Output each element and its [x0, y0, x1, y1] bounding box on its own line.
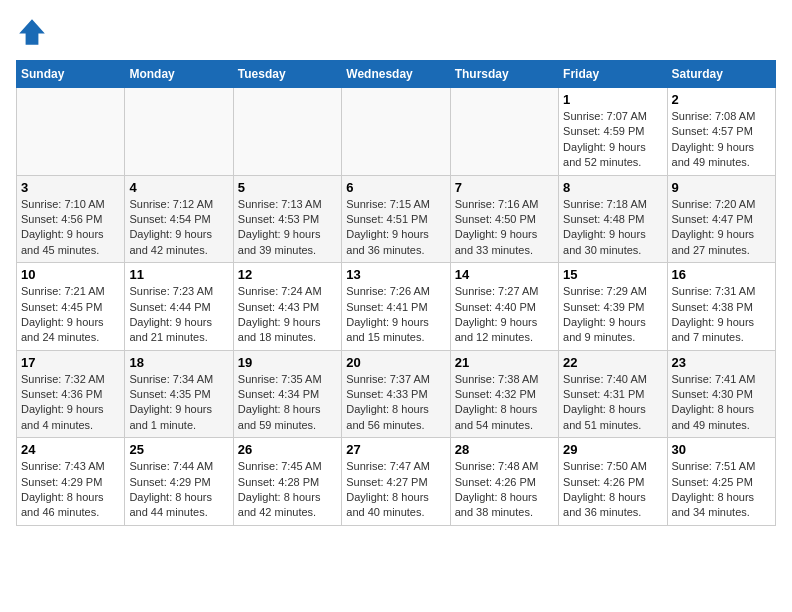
- calendar-cell: [233, 88, 341, 176]
- sunrise: Sunrise: 7:32 AM: [21, 373, 105, 385]
- calendar-cell: 11 Sunrise: 7:23 AM Sunset: 4:44 PM Dayl…: [125, 263, 233, 351]
- calendar-cell: 26 Sunrise: 7:45 AM Sunset: 4:28 PM Dayl…: [233, 438, 341, 526]
- day-info: Sunrise: 7:23 AM Sunset: 4:44 PM Dayligh…: [129, 284, 228, 346]
- day-info: Sunrise: 7:45 AM Sunset: 4:28 PM Dayligh…: [238, 459, 337, 521]
- sunrise: Sunrise: 7:45 AM: [238, 460, 322, 472]
- day-info: Sunrise: 7:26 AM Sunset: 4:41 PM Dayligh…: [346, 284, 445, 346]
- sunrise: Sunrise: 7:08 AM: [672, 110, 756, 122]
- calendar-cell: 27 Sunrise: 7:47 AM Sunset: 4:27 PM Dayl…: [342, 438, 450, 526]
- sunset: Sunset: 4:41 PM: [346, 301, 427, 313]
- day-info: Sunrise: 7:48 AM Sunset: 4:26 PM Dayligh…: [455, 459, 554, 521]
- daylight: Daylight: 8 hours and 46 minutes.: [21, 491, 104, 518]
- sunset: Sunset: 4:53 PM: [238, 213, 319, 225]
- calendar-header: SundayMondayTuesdayWednesdayThursdayFrid…: [17, 61, 776, 88]
- daylight: Daylight: 9 hours and 39 minutes.: [238, 228, 321, 255]
- sunrise: Sunrise: 7:18 AM: [563, 198, 647, 210]
- day-number: 9: [672, 180, 771, 195]
- sunrise: Sunrise: 7:47 AM: [346, 460, 430, 472]
- sunset: Sunset: 4:28 PM: [238, 476, 319, 488]
- sunrise: Sunrise: 7:27 AM: [455, 285, 539, 297]
- calendar-cell: 25 Sunrise: 7:44 AM Sunset: 4:29 PM Dayl…: [125, 438, 233, 526]
- day-info: Sunrise: 7:40 AM Sunset: 4:31 PM Dayligh…: [563, 372, 662, 434]
- day-info: Sunrise: 7:51 AM Sunset: 4:25 PM Dayligh…: [672, 459, 771, 521]
- day-of-week-header: Tuesday: [233, 61, 341, 88]
- sunset: Sunset: 4:25 PM: [672, 476, 753, 488]
- sunset: Sunset: 4:38 PM: [672, 301, 753, 313]
- daylight: Daylight: 8 hours and 51 minutes.: [563, 403, 646, 430]
- daylight: Daylight: 8 hours and 44 minutes.: [129, 491, 212, 518]
- calendar-cell: 7 Sunrise: 7:16 AM Sunset: 4:50 PM Dayli…: [450, 175, 558, 263]
- day-number: 28: [455, 442, 554, 457]
- calendar-table: SundayMondayTuesdayWednesdayThursdayFrid…: [16, 60, 776, 526]
- sunset: Sunset: 4:26 PM: [455, 476, 536, 488]
- sunset: Sunset: 4:26 PM: [563, 476, 644, 488]
- day-info: Sunrise: 7:08 AM Sunset: 4:57 PM Dayligh…: [672, 109, 771, 171]
- day-info: Sunrise: 7:13 AM Sunset: 4:53 PM Dayligh…: [238, 197, 337, 259]
- day-number: 15: [563, 267, 662, 282]
- calendar-week-row: 24 Sunrise: 7:43 AM Sunset: 4:29 PM Dayl…: [17, 438, 776, 526]
- calendar-cell: 29 Sunrise: 7:50 AM Sunset: 4:26 PM Dayl…: [559, 438, 667, 526]
- day-info: Sunrise: 7:27 AM Sunset: 4:40 PM Dayligh…: [455, 284, 554, 346]
- sunrise: Sunrise: 7:13 AM: [238, 198, 322, 210]
- daylight: Daylight: 8 hours and 36 minutes.: [563, 491, 646, 518]
- day-info: Sunrise: 7:10 AM Sunset: 4:56 PM Dayligh…: [21, 197, 120, 259]
- day-info: Sunrise: 7:29 AM Sunset: 4:39 PM Dayligh…: [563, 284, 662, 346]
- daylight: Daylight: 9 hours and 1 minute.: [129, 403, 212, 430]
- calendar-cell: 4 Sunrise: 7:12 AM Sunset: 4:54 PM Dayli…: [125, 175, 233, 263]
- day-number: 10: [21, 267, 120, 282]
- daylight: Daylight: 8 hours and 56 minutes.: [346, 403, 429, 430]
- calendar-cell: 20 Sunrise: 7:37 AM Sunset: 4:33 PM Dayl…: [342, 350, 450, 438]
- sunrise: Sunrise: 7:20 AM: [672, 198, 756, 210]
- calendar-body: 1 Sunrise: 7:07 AM Sunset: 4:59 PM Dayli…: [17, 88, 776, 526]
- day-info: Sunrise: 7:43 AM Sunset: 4:29 PM Dayligh…: [21, 459, 120, 521]
- sunrise: Sunrise: 7:23 AM: [129, 285, 213, 297]
- sunrise: Sunrise: 7:29 AM: [563, 285, 647, 297]
- calendar-cell: 23 Sunrise: 7:41 AM Sunset: 4:30 PM Dayl…: [667, 350, 775, 438]
- day-info: Sunrise: 7:07 AM Sunset: 4:59 PM Dayligh…: [563, 109, 662, 171]
- day-info: Sunrise: 7:50 AM Sunset: 4:26 PM Dayligh…: [563, 459, 662, 521]
- sunrise: Sunrise: 7:35 AM: [238, 373, 322, 385]
- calendar-week-row: 1 Sunrise: 7:07 AM Sunset: 4:59 PM Dayli…: [17, 88, 776, 176]
- daylight: Daylight: 9 hours and 21 minutes.: [129, 316, 212, 343]
- day-number: 8: [563, 180, 662, 195]
- sunrise: Sunrise: 7:24 AM: [238, 285, 322, 297]
- sunset: Sunset: 4:45 PM: [21, 301, 102, 313]
- day-number: 14: [455, 267, 554, 282]
- day-info: Sunrise: 7:12 AM Sunset: 4:54 PM Dayligh…: [129, 197, 228, 259]
- sunrise: Sunrise: 7:15 AM: [346, 198, 430, 210]
- calendar-cell: 15 Sunrise: 7:29 AM Sunset: 4:39 PM Dayl…: [559, 263, 667, 351]
- sunset: Sunset: 4:36 PM: [21, 388, 102, 400]
- daylight: Daylight: 9 hours and 36 minutes.: [346, 228, 429, 255]
- sunset: Sunset: 4:56 PM: [21, 213, 102, 225]
- sunrise: Sunrise: 7:26 AM: [346, 285, 430, 297]
- day-number: 1: [563, 92, 662, 107]
- daylight: Daylight: 9 hours and 15 minutes.: [346, 316, 429, 343]
- day-number: 16: [672, 267, 771, 282]
- day-info: Sunrise: 7:38 AM Sunset: 4:32 PM Dayligh…: [455, 372, 554, 434]
- day-info: Sunrise: 7:44 AM Sunset: 4:29 PM Dayligh…: [129, 459, 228, 521]
- sunset: Sunset: 4:32 PM: [455, 388, 536, 400]
- sunrise: Sunrise: 7:50 AM: [563, 460, 647, 472]
- sunset: Sunset: 4:40 PM: [455, 301, 536, 313]
- day-number: 3: [21, 180, 120, 195]
- calendar-cell: 30 Sunrise: 7:51 AM Sunset: 4:25 PM Dayl…: [667, 438, 775, 526]
- sunrise: Sunrise: 7:34 AM: [129, 373, 213, 385]
- day-number: 17: [21, 355, 120, 370]
- sunset: Sunset: 4:33 PM: [346, 388, 427, 400]
- day-number: 6: [346, 180, 445, 195]
- day-info: Sunrise: 7:21 AM Sunset: 4:45 PM Dayligh…: [21, 284, 120, 346]
- sunset: Sunset: 4:30 PM: [672, 388, 753, 400]
- day-of-week-header: Wednesday: [342, 61, 450, 88]
- daylight: Daylight: 8 hours and 42 minutes.: [238, 491, 321, 518]
- daylight: Daylight: 9 hours and 52 minutes.: [563, 141, 646, 168]
- day-number: 23: [672, 355, 771, 370]
- calendar-week-row: 10 Sunrise: 7:21 AM Sunset: 4:45 PM Dayl…: [17, 263, 776, 351]
- daylight: Daylight: 9 hours and 30 minutes.: [563, 228, 646, 255]
- day-number: 29: [563, 442, 662, 457]
- sunset: Sunset: 4:50 PM: [455, 213, 536, 225]
- days-of-week-row: SundayMondayTuesdayWednesdayThursdayFrid…: [17, 61, 776, 88]
- daylight: Daylight: 8 hours and 38 minutes.: [455, 491, 538, 518]
- sunset: Sunset: 4:34 PM: [238, 388, 319, 400]
- day-of-week-header: Friday: [559, 61, 667, 88]
- calendar-cell: 6 Sunrise: 7:15 AM Sunset: 4:51 PM Dayli…: [342, 175, 450, 263]
